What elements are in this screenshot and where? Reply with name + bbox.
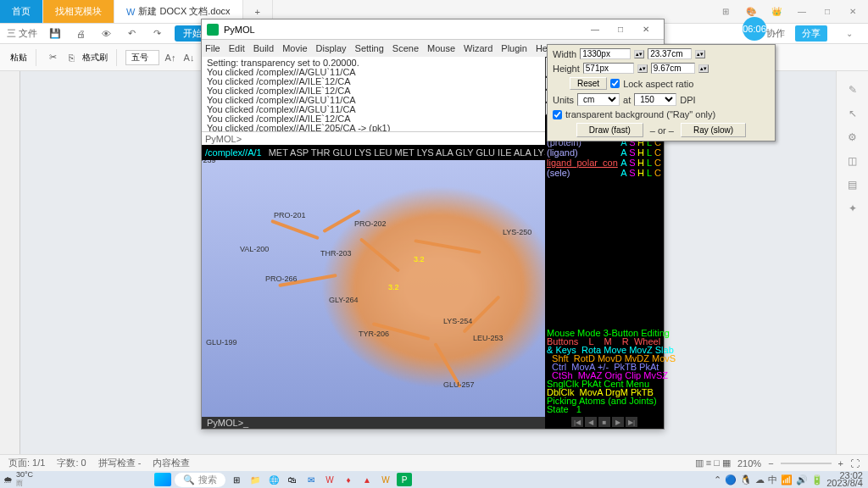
width-spinner[interactable]: ▴▾ <box>634 50 644 58</box>
share-button[interactable]: 分享 <box>795 25 827 42</box>
vcr-play-icon[interactable]: ▶ <box>612 417 624 427</box>
draw-fast-button[interactable]: Draw (fast) <box>576 123 643 137</box>
menu-display[interactable]: Display <box>316 43 347 53</box>
start-button[interactable] <box>154 473 171 486</box>
cursor-icon[interactable]: ↖ <box>844 105 861 122</box>
taskbar-search[interactable]: 🔍 搜索 <box>175 473 225 487</box>
height-cm-spinner[interactable]: ▴▾ <box>698 64 709 73</box>
tab-home[interactable]: 首页 <box>0 0 43 23</box>
tray-volume-icon[interactable]: 🔊 <box>796 474 808 485</box>
lock-aspect-checkbox[interactable] <box>610 79 620 88</box>
tray-battery-icon[interactable]: 🔋 <box>811 474 823 485</box>
menu-file[interactable]: File <box>205 43 220 53</box>
tray-app2-icon[interactable]: 🐧 <box>740 474 752 485</box>
width-cm-spinner[interactable]: ▴▾ <box>695 50 705 58</box>
tray-app-icon[interactable]: 🔵 <box>725 474 737 485</box>
maximize-icon[interactable]: □ <box>608 22 633 37</box>
zoom-level[interactable]: 210% <box>737 458 761 469</box>
store-icon[interactable]: 🛍 <box>285 473 300 486</box>
fullscreen-icon[interactable]: ⛶ <box>850 458 860 469</box>
width-px-input[interactable] <box>580 48 631 59</box>
tray-chevron-icon[interactable]: ⌃ <box>714 474 721 485</box>
close-icon[interactable]: ✕ <box>841 3 865 20</box>
undo-icon[interactable]: ↶ <box>124 26 139 42</box>
cut-icon[interactable]: ✂ <box>45 50 60 65</box>
zoom-out-icon[interactable]: − <box>768 458 773 469</box>
label-pro201: PRO-201 <box>274 211 306 219</box>
paste-button[interactable]: 粘贴 <box>10 52 27 64</box>
tray-ime-icon[interactable]: 中 <box>768 474 777 486</box>
copy-icon[interactable]: ⎘ <box>64 50 79 65</box>
zoom-in-icon[interactable]: + <box>838 458 843 469</box>
obj-sele[interactable]: (sele)ASHLC <box>545 168 664 178</box>
ray-slow-button[interactable]: Ray (slow) <box>681 123 746 137</box>
word-icon[interactable]: W <box>322 473 337 486</box>
pymol-titlebar[interactable]: PyMOL — □ ✕ <box>202 19 664 40</box>
minimize-icon[interactable]: — <box>790 3 814 20</box>
menu-movie[interactable]: Movie <box>282 43 307 53</box>
reset-button[interactable]: Reset <box>570 77 607 90</box>
view-icons[interactable]: ▥ ≡ □ ▦ <box>695 458 731 469</box>
collab-button[interactable]: 协作 <box>766 27 785 40</box>
vcr-fwd-icon[interactable]: ▶| <box>626 417 637 427</box>
task-view-icon[interactable]: ⊞ <box>229 473 244 486</box>
sparkle-icon[interactable]: ✦ <box>844 200 861 217</box>
obj-ligand[interactable]: (ligand)ASHLC <box>545 147 664 158</box>
height-px-input[interactable] <box>583 63 634 74</box>
spell-check[interactable]: 拼写检查 - <box>98 457 142 469</box>
minimize-icon[interactable]: — <box>582 22 608 37</box>
layers-icon[interactable]: ▤ <box>844 176 861 193</box>
cube-icon[interactable]: ◫ <box>844 152 861 169</box>
menu-build[interactable]: Build <box>253 43 274 53</box>
font-size-dropdown[interactable]: 五号 <box>125 50 159 65</box>
print-icon[interactable]: 🖨 <box>73 26 88 42</box>
caret-icon[interactable]: ⌄ <box>837 25 861 42</box>
grid-icon[interactable]: ⊞ <box>714 3 737 20</box>
decrease-font-icon[interactable]: A↓ <box>181 50 197 65</box>
page-indicator[interactable]: 页面: 1/1 <box>8 457 45 469</box>
maximize-icon[interactable]: □ <box>815 3 839 20</box>
width-cm-input[interactable] <box>648 48 692 59</box>
menu-edit[interactable]: Edit <box>229 43 245 53</box>
menu-plugin[interactable]: Plugin <box>501 43 527 53</box>
taskbar-clock[interactable]: 23:02 2023/8/4 <box>826 472 863 487</box>
format-brush[interactable]: 格式刷 <box>82 52 108 64</box>
preview-icon[interactable]: 👁 <box>98 26 114 42</box>
explorer-icon[interactable]: 📁 <box>248 473 263 486</box>
vcr-back-icon[interactable]: ◀ <box>585 417 597 427</box>
gear-icon[interactable]: ⚙ <box>844 129 861 146</box>
menu-mouse[interactable]: Mouse <box>427 43 455 53</box>
menu-setting[interactable]: Setting <box>355 43 384 53</box>
menu-scene[interactable]: Scene <box>392 43 419 53</box>
mail-icon[interactable]: ✉ <box>303 473 319 486</box>
crown-icon[interactable]: 👑 <box>765 3 788 20</box>
vcr-stop-icon[interactable]: ■ <box>598 417 610 427</box>
app-icon[interactable]: ♦ <box>341 473 356 486</box>
content-check[interactable]: 内容检查 <box>153 457 190 469</box>
tab-template[interactable]: 找相克模块 <box>43 0 114 23</box>
word-count[interactable]: 字数: 0 <box>57 457 86 469</box>
redo-icon[interactable]: ↷ <box>149 26 164 42</box>
weather-widget[interactable]: 🌧 30°C 雨 <box>3 470 33 488</box>
edge-icon[interactable]: 🌐 <box>266 473 281 486</box>
height-cm-input[interactable] <box>651 63 695 74</box>
pencil-icon[interactable]: ✎ <box>844 81 861 98</box>
wps-icon[interactable]: W <box>378 473 393 486</box>
pymol-task-icon[interactable]: P <box>397 473 412 486</box>
app2-icon[interactable]: ▲ <box>359 473 375 486</box>
zoom-slider[interactable] <box>781 463 832 464</box>
menu-wizard[interactable]: Wizard <box>464 43 492 53</box>
file-menu[interactable]: 三 文件 <box>7 27 37 40</box>
dpi-dropdown[interactable]: 150 <box>634 93 676 106</box>
units-dropdown[interactable]: cm <box>577 93 620 106</box>
label-glu199: GLU-199 <box>206 338 237 347</box>
height-spinner[interactable]: ▴▾ <box>637 64 648 73</box>
tray-cloud-icon[interactable]: ☁ <box>755 474 765 485</box>
increase-font-icon[interactable]: A↑ <box>163 50 178 65</box>
close-icon[interactable]: ✕ <box>633 22 659 37</box>
obj-polar[interactable]: ligand_polar_conASHLC <box>545 158 664 168</box>
transparent-checkbox[interactable] <box>553 110 562 119</box>
tray-wifi-icon[interactable]: 📶 <box>781 474 793 485</box>
vcr-first-icon[interactable]: |◀ <box>571 417 583 427</box>
save-icon[interactable]: 💾 <box>47 26 63 42</box>
